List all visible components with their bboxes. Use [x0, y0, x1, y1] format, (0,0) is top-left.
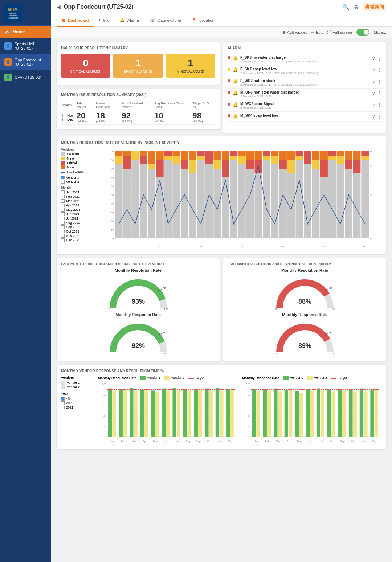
- response-legend-header: Monthly Response Rate Vendor 1 Vendor 2 …: [242, 376, 382, 380]
- month-checkbox-5[interactable]: [61, 212, 65, 216]
- month-check-item: Nov 2021: [61, 234, 101, 238]
- more-icon[interactable]: ⋮: [377, 56, 382, 61]
- back-arrow-icon[interactable]: ◀: [57, 4, 61, 10]
- svg-text:Oct: Oct: [207, 440, 211, 443]
- svg-rect-217: [252, 389, 256, 437]
- tab-info[interactable]: ℹ Info: [94, 14, 114, 27]
- year-2021-check[interactable]: [61, 406, 65, 409]
- svg-text:93%: 93%: [131, 298, 144, 305]
- vendors-legend-title: Vendors: [61, 148, 101, 151]
- tab-location-label: Location: [199, 18, 215, 22]
- tab-data-explorer[interactable]: 📊 Data explorer: [145, 14, 187, 27]
- vendor2-resolution-title: Monthly Resolution Rate: [228, 268, 382, 272]
- checkbox-dec[interactable]: [62, 118, 66, 121]
- svg-text:Feb: Feb: [121, 440, 125, 443]
- sidebar-item-cfa[interactable]: 👤 CFA (UT25-02): [0, 70, 51, 85]
- month-checkbox-7[interactable]: [61, 221, 65, 225]
- alarm-time: 2 December 2021 13:39: [240, 83, 271, 86]
- vendor1-checkbox[interactable]: [61, 176, 65, 179]
- chevron-down-icon[interactable]: ∨: [372, 102, 375, 107]
- more-icon[interactable]: ⋮: [377, 114, 382, 119]
- svg-rect-124: [361, 151, 369, 156]
- month-check-item: Oct 2021: [61, 230, 101, 233]
- svg-rect-59: [189, 151, 197, 160]
- month-checkbox-0[interactable]: [61, 190, 65, 194]
- all-year-check[interactable]: [61, 397, 65, 401]
- svg-text:Apr: Apr: [143, 440, 147, 443]
- svg-rect-247: [360, 389, 363, 437]
- sidebar-item-sports[interactable]: 👤 Sports Hall (UT25-01): [0, 38, 51, 54]
- svg-text:89%: 89%: [298, 342, 311, 349]
- col-month: Month: [61, 100, 75, 110]
- month-checkbox-9[interactable]: [61, 230, 65, 233]
- more-icon[interactable]: ⋮: [377, 90, 382, 96]
- svg-rect-108: [320, 151, 328, 160]
- month-checkbox-10[interactable]: [61, 234, 65, 238]
- svg-rect-167: [123, 390, 127, 437]
- svg-rect-68: [213, 151, 221, 160]
- month-checkbox-8[interactable]: [61, 225, 65, 229]
- chevron-down-icon[interactable]: ∨: [372, 79, 375, 84]
- vendor2-checkbox[interactable]: [61, 180, 65, 184]
- vendor1-res-legend: Vendor 1: [140, 376, 160, 380]
- major-alarm-label: MAJOR ALARM(S): [116, 70, 160, 73]
- toggle-switch[interactable]: [356, 29, 369, 36]
- month-checkbox-11[interactable]: [61, 238, 65, 242]
- svg-text:16/1: 16/1: [240, 245, 245, 248]
- critical-label: Critical: [67, 161, 77, 165]
- svg-rect-121: [353, 151, 361, 160]
- v2-resp-label: Vendor 2: [314, 376, 327, 380]
- chevron-down-icon[interactable]: ∨: [372, 91, 375, 96]
- sidebar-cfa-icon: 👤: [4, 74, 12, 81]
- tab-location[interactable]: 📍 Location: [187, 14, 220, 27]
- year-2020-check[interactable]: [61, 401, 65, 405]
- tab-data-label: Data explorer: [158, 18, 181, 22]
- search-icon[interactable]: 🔍: [342, 4, 350, 11]
- more-icon[interactable]: ⋮: [377, 67, 382, 73]
- more-icon[interactable]: ⋮: [377, 102, 382, 108]
- svg-text:90: 90: [329, 331, 332, 334]
- add-icon[interactable]: ⊕: [354, 4, 359, 11]
- svg-rect-38: [140, 164, 147, 238]
- checkbox-nov[interactable]: [62, 114, 66, 117]
- month-checkbox-2[interactable]: [61, 199, 65, 203]
- chevron-down-icon[interactable]: ∨: [372, 114, 375, 119]
- chevron-down-icon[interactable]: ∨: [372, 56, 375, 61]
- vendor1-check: Vendor 1: [61, 176, 101, 179]
- month-checkbox-4[interactable]: [61, 208, 65, 212]
- alarm-info: F_WC7 button stuck 2 December 2021 13:39…: [240, 79, 370, 86]
- svg-rect-103: [312, 169, 320, 238]
- legend-item: Vendor 1: [61, 381, 94, 385]
- tab-alarms[interactable]: 🔔 Alarms: [115, 14, 145, 27]
- month-checkbox-1[interactable]: [61, 195, 65, 198]
- svg-rect-250: [370, 390, 374, 437]
- sidebar-foodcourt-label: Opp Foodcourt (UT25-02): [15, 58, 46, 66]
- alarm-actions: ∨ ⋮: [372, 102, 382, 108]
- edit-button[interactable]: ✏ Edit: [311, 30, 323, 35]
- svg-rect-71: [222, 151, 229, 160]
- svg-text:40: 40: [248, 415, 250, 417]
- more-button[interactable]: More...: [374, 30, 386, 34]
- month-checkbox-6[interactable]: [61, 217, 65, 220]
- tab-dashboard[interactable]: ▦ Dashboard: [57, 14, 94, 27]
- page-title: Opp Foodcourt (UT25-02): [64, 4, 134, 10]
- svg-text:21/1: 21/1: [281, 245, 286, 248]
- svg-rect-235: [317, 389, 320, 437]
- alarm-info: M_SK4 soap level low: [240, 114, 370, 118]
- svg-rect-76: [238, 156, 246, 164]
- sidebar-item-foodcourt[interactable]: 👤 Opp Foodcourt (UT25-02): [0, 54, 51, 70]
- svg-rect-111: [328, 156, 336, 160]
- more-icon[interactable]: ⋮: [377, 79, 382, 85]
- add-widget-label: Add widget: [287, 30, 307, 34]
- response-chart-section: Monthly Response Rate Vendor 1 Vendor 2 …: [242, 376, 382, 445]
- sidebar-home[interactable]: 🏠 Home: [0, 26, 51, 38]
- legend-item: Critical: [61, 161, 101, 165]
- add-widget-button[interactable]: ⊕ Add widget: [282, 30, 307, 35]
- v1-res-label: Vendor 1: [147, 376, 160, 380]
- full-screen-button[interactable]: ⛶ Full screen: [327, 30, 352, 34]
- svg-text:0: 0: [109, 352, 110, 355]
- no-issue-color: [61, 152, 65, 156]
- month-checkboxes: Jan 2021Feb 2021Mar 2021Apr 2021May 2021…: [61, 190, 101, 242]
- month-checkbox-3[interactable]: [61, 204, 65, 207]
- chevron-down-icon[interactable]: ∨: [372, 67, 375, 73]
